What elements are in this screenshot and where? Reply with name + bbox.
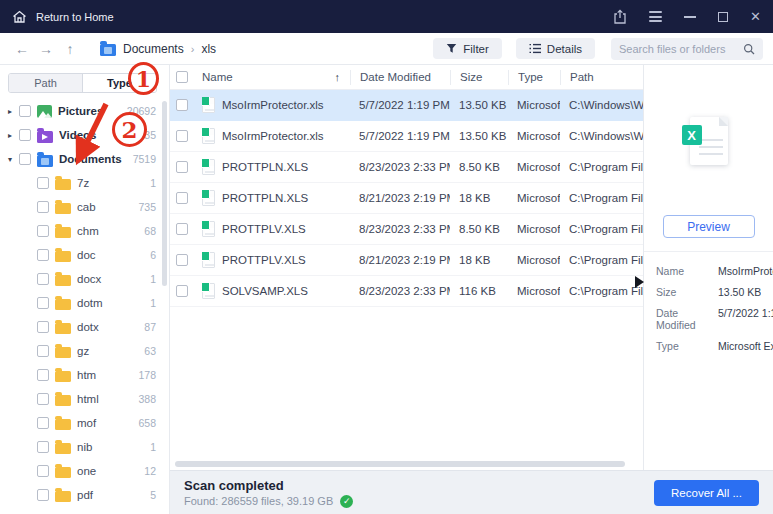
breadcrumb-current[interactable]: xls (201, 42, 216, 56)
breadcrumb-folder[interactable]: Documents (123, 42, 184, 56)
forward-arrow-icon[interactable]: → (34, 41, 58, 57)
column-header-path[interactable]: Path (560, 70, 643, 85)
folder-icon (37, 105, 52, 118)
home-icon (12, 10, 27, 24)
tree-item-checkbox[interactable] (37, 201, 49, 213)
tree-item-checkbox[interactable] (37, 321, 49, 333)
menu-icon[interactable] (649, 11, 662, 22)
tree-item-checkbox[interactable] (37, 249, 49, 261)
tree-item-label: nib (77, 441, 150, 453)
recover-all-button[interactable]: Recover All ... (654, 480, 759, 506)
row-checkbox[interactable] (176, 223, 188, 235)
row-checkbox[interactable] (176, 161, 188, 173)
sidebar-tree-item[interactable]: 7z 1 (0, 171, 169, 195)
table-row[interactable]: PROTTPLN.XLS 8/23/2023 2:33 PM 8.50 KB M… (170, 152, 643, 183)
sidebar-tree-item[interactable]: html 388 (0, 387, 169, 411)
sidebar-tree-item[interactable]: mof 658 (0, 411, 169, 435)
tree-item-checkbox[interactable] (37, 345, 49, 357)
expand-arrow-icon[interactable]: ▸ (8, 131, 19, 140)
table-row[interactable]: MsoIrmProtector.xls 5/7/2022 1:19 PM 13.… (170, 121, 643, 152)
tree-item-checkbox[interactable] (37, 465, 49, 477)
tab-type[interactable]: Type (82, 74, 156, 92)
folder-icon (55, 443, 71, 454)
sidebar-tree-item[interactable]: ▾ Documents 7519 (0, 147, 169, 171)
sidebar-tree-item[interactable]: htm 178 (0, 363, 169, 387)
sidebar-tree-item[interactable]: cab 735 (0, 195, 169, 219)
table-row[interactable]: PROTTPLV.XLS 8/23/2023 2:33 PM 8.50 KB M… (170, 214, 643, 245)
sidebar-scrollbar[interactable] (162, 101, 167, 286)
details-button[interactable]: Details (516, 38, 595, 59)
folder-icon (55, 227, 71, 238)
sidebar-tree-item[interactable]: ▸ Videos 35 (0, 123, 169, 147)
column-header-date[interactable]: Date Modified (350, 70, 450, 85)
back-arrow-icon[interactable]: ← (10, 41, 34, 57)
detail-row: Name MsoIrmProtect.. (644, 260, 773, 281)
tree-item-label: chm (77, 225, 144, 237)
search-box[interactable] (611, 38, 763, 60)
select-all-checkbox[interactable] (176, 71, 188, 83)
close-icon[interactable]: ✕ (750, 10, 761, 23)
cell-path: C:\Windows\WinSx.. (560, 99, 643, 111)
minimize-icon[interactable] (684, 16, 696, 18)
tab-path[interactable]: Path (9, 74, 82, 92)
up-arrow-icon[interactable]: ↑ (58, 41, 82, 57)
preview-button[interactable]: Preview (663, 215, 755, 238)
row-checkbox[interactable] (176, 192, 188, 204)
expand-arrow-icon[interactable]: ▸ (8, 107, 19, 116)
table-row[interactable]: PROTTPLV.XLS 8/21/2023 2:19 PM 18 KB Mic… (170, 245, 643, 276)
breadcrumb-folder-icon (100, 44, 116, 56)
row-checkbox[interactable] (176, 285, 188, 297)
sidebar-tree-item[interactable]: dotm 1 (0, 291, 169, 315)
filter-button[interactable]: Filter (433, 38, 502, 59)
share-icon[interactable] (613, 9, 627, 24)
tree-item-checkbox[interactable] (37, 393, 49, 405)
sidebar-tree-item[interactable]: ▸ Pictures 20692 (0, 99, 169, 123)
sidebar-tree-item[interactable]: docx 1 (0, 267, 169, 291)
tree-item-checkbox[interactable] (37, 489, 49, 501)
home-button[interactable]: Return to Home (12, 10, 114, 24)
cell-type: Microsoft ... (508, 161, 560, 173)
sidebar-tree-item[interactable]: dotx 87 (0, 315, 169, 339)
tree-item-checkbox[interactable] (37, 177, 49, 189)
panel-collapse-handle-icon[interactable] (635, 276, 644, 288)
tree-item-checkbox[interactable] (37, 273, 49, 285)
row-checkbox[interactable] (176, 99, 188, 111)
table-row[interactable]: PROTTPLN.XLS 8/21/2023 2:19 PM 18 KB Mic… (170, 183, 643, 214)
tree-item-checkbox[interactable] (37, 417, 49, 429)
sort-ascending-icon[interactable]: ↑ (335, 70, 341, 85)
sidebar-tree-item[interactable]: chm 68 (0, 219, 169, 243)
table-row[interactable]: SOLVSAMP.XLS 8/23/2023 2:33 PM 116 KB Mi… (170, 276, 643, 307)
maximize-icon[interactable] (718, 12, 728, 22)
column-header-name[interactable]: Name ↑ (202, 70, 350, 85)
cell-size: 13.50 KB (450, 99, 508, 111)
column-header-size[interactable]: Size (450, 70, 508, 85)
tree-item-checkbox[interactable] (19, 153, 31, 165)
excel-file-icon: X (690, 117, 728, 165)
search-input[interactable] (619, 43, 743, 55)
sidebar-tree-item[interactable]: gz 63 (0, 339, 169, 363)
search-icon[interactable] (743, 43, 755, 55)
tree-item-checkbox[interactable] (19, 129, 31, 141)
filter-label: Filter (463, 43, 489, 55)
statusbar: Scan completed Found: 286559 files, 39.1… (170, 470, 773, 514)
cell-path: C:\Program Files\M (560, 285, 643, 297)
horizontal-scrollbar[interactable] (175, 461, 625, 467)
sidebar-tree-item[interactable]: one 12 (0, 459, 169, 483)
detail-value: MsoIrmProtect.. (718, 265, 773, 277)
row-checkbox[interactable] (176, 254, 188, 266)
sidebar-tree-item[interactable]: pdf 5 (0, 483, 169, 507)
tree-item-checkbox[interactable] (37, 369, 49, 381)
sidebar-tree-item[interactable]: doc 6 (0, 243, 169, 267)
cell-path: C:\Program Files\M (560, 192, 643, 204)
detail-label: Size (656, 286, 718, 298)
expand-arrow-icon[interactable]: ▾ (8, 155, 19, 164)
tree-item-checkbox[interactable] (37, 297, 49, 309)
table-header: Name ↑ Date Modified Size Type Path (170, 65, 643, 90)
column-header-type[interactable]: Type (508, 70, 560, 85)
tree-item-checkbox[interactable] (37, 441, 49, 453)
tree-item-checkbox[interactable] (37, 225, 49, 237)
sidebar-tree-item[interactable]: nib 1 (0, 435, 169, 459)
tree-item-checkbox[interactable] (19, 105, 31, 117)
table-row[interactable]: MsoIrmProtector.xls 5/7/2022 1:19 PM 13.… (170, 90, 643, 121)
row-checkbox[interactable] (176, 130, 188, 142)
